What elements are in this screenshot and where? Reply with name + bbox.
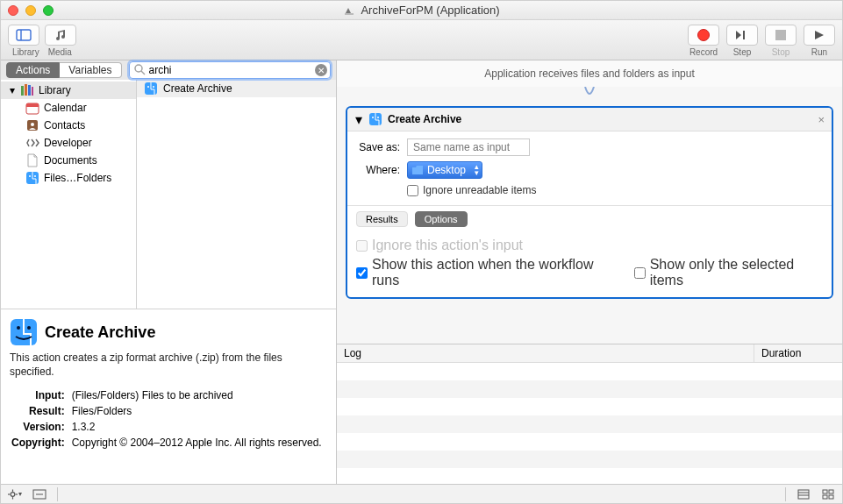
- action-results: Create Archive: [137, 80, 336, 309]
- calendar-icon: [25, 101, 39, 115]
- where-label: Where:: [356, 164, 400, 176]
- workflow-canvas[interactable]: ▾ Create Archive × Save as: Where:: [337, 87, 842, 344]
- record-button[interactable]: [688, 25, 719, 46]
- details-version-value: 1.3.2: [72, 421, 322, 435]
- media-label: Media: [48, 47, 72, 57]
- svg-point-21: [17, 326, 20, 330]
- result-create-archive[interactable]: Create Archive: [137, 80, 336, 97]
- close-window-button[interactable]: [8, 5, 18, 16]
- svg-point-13: [31, 123, 34, 126]
- result-label: Create Archive: [163, 82, 232, 95]
- library-item-calendar[interactable]: Calendar: [1, 99, 136, 117]
- media-button[interactable]: [45, 25, 76, 46]
- show-when-runs-checkbox[interactable]: Show this action when the workflow runs: [356, 257, 613, 288]
- svg-rect-1: [17, 30, 31, 40]
- action-card-create-archive: ▾ Create Archive × Save as: Where:: [346, 106, 833, 299]
- where-select[interactable]: Desktop ▴▾: [407, 161, 482, 179]
- svg-point-15: [29, 175, 31, 177]
- step-label: Step: [733, 47, 752, 57]
- svg-rect-9: [32, 87, 33, 96]
- library-item-developer[interactable]: Developer: [1, 134, 136, 152]
- svg-point-24: [372, 117, 374, 118]
- library-tabs: Actions Variables: [6, 62, 122, 78]
- svg-rect-7: [25, 84, 27, 96]
- action-details: Create Archive This action creates a zip…: [1, 309, 336, 484]
- ignore-unreadable-label: Ignore unreadable items: [423, 184, 536, 196]
- details-description: This action creates a zip format archive…: [10, 351, 327, 379]
- toolbar: Library Media Record Step Stop: [1, 20, 842, 60]
- zoom-window-button[interactable]: [43, 5, 54, 16]
- library-root[interactable]: ▾ Library: [1, 82, 136, 99]
- svg-point-22: [27, 326, 31, 330]
- options-tab[interactable]: Options: [415, 211, 468, 227]
- left-panel: Actions Variables ✕ ▾ Library: [1, 60, 337, 484]
- svg-rect-6: [21, 86, 24, 96]
- saveas-label: Save as:: [356, 141, 400, 153]
- connector-icon: [532, 87, 647, 103]
- svg-rect-39: [829, 495, 833, 499]
- library-button[interactable]: [8, 25, 39, 46]
- ignore-unreadable-checkbox[interactable]: Ignore unreadable items: [407, 184, 536, 196]
- svg-rect-11: [26, 103, 39, 107]
- svg-point-18: [147, 86, 149, 88]
- select-arrows-icon: ▴▾: [475, 164, 479, 176]
- where-value: Desktop: [427, 164, 466, 176]
- log-header-log[interactable]: Log: [337, 344, 754, 362]
- action-card-title: Create Archive: [388, 113, 461, 125]
- results-tab[interactable]: Results: [356, 211, 408, 227]
- details-input-value: (Files/Folders) Files to be archived: [72, 389, 322, 403]
- finder-icon: [25, 171, 39, 185]
- stop-icon: [775, 30, 786, 40]
- ignore-input-label: Ignore this action's input: [372, 238, 523, 253]
- tab-actions[interactable]: Actions: [6, 62, 60, 78]
- library-item-documents[interactable]: Documents: [1, 152, 136, 169]
- action-card-close-button[interactable]: ×: [818, 113, 825, 126]
- search-input[interactable]: [129, 61, 332, 79]
- stop-label: Stop: [772, 47, 790, 57]
- developer-icon: [25, 136, 39, 150]
- log-header-duration[interactable]: Duration: [754, 344, 842, 362]
- flow-view-button[interactable]: [821, 487, 835, 501]
- details-copyright-value: Copyright © 2004–2012 Apple Inc. All rig…: [72, 437, 322, 451]
- library-root-label: Library: [39, 84, 71, 96]
- library-item-files-folders[interactable]: Files…Folders: [1, 169, 136, 187]
- ignore-input-checkbox: Ignore this action's input: [356, 238, 823, 253]
- show-selected-label: Show only the selected items: [650, 257, 823, 288]
- clear-search-button[interactable]: ✕: [315, 64, 327, 76]
- library-icon: [20, 83, 34, 97]
- details-copyright-key: Copyright:: [11, 437, 70, 451]
- stop-button[interactable]: [765, 25, 797, 46]
- variable-picker-button[interactable]: [32, 487, 46, 501]
- saveas-input[interactable]: [407, 138, 530, 156]
- svg-point-4: [135, 65, 142, 72]
- contacts-icon: [25, 118, 39, 132]
- svg-point-16: [34, 175, 36, 177]
- svg-line-5: [141, 71, 145, 75]
- svg-rect-8: [28, 85, 31, 96]
- log-view-button[interactable]: [797, 487, 811, 501]
- library-item-contacts[interactable]: Contacts: [1, 117, 136, 134]
- disclosure-icon[interactable]: ▾: [354, 115, 363, 124]
- log-body: [337, 363, 842, 484]
- show-selected-checkbox[interactable]: Show only the selected items: [634, 257, 823, 288]
- library-tree: ▾ Library Calendar Contacts: [1, 80, 137, 309]
- chevron-down-icon: ▾: [8, 87, 16, 95]
- tab-variables[interactable]: Variables: [60, 62, 121, 78]
- run-label: Run: [811, 47, 827, 57]
- gear-menu-button[interactable]: ▾: [8, 487, 22, 501]
- record-label: Record: [689, 47, 718, 57]
- svg-rect-33: [798, 490, 809, 499]
- svg-rect-38: [823, 495, 827, 499]
- step-button[interactable]: [726, 25, 758, 46]
- run-button[interactable]: [804, 25, 835, 46]
- minimize-window-button[interactable]: [25, 5, 36, 16]
- svg-point-19: [153, 86, 154, 88]
- library-item-label: Calendar: [44, 102, 87, 114]
- details-result-value: Files/Folders: [72, 405, 322, 419]
- library-item-label: Contacts: [44, 119, 85, 131]
- details-title: Create Archive: [45, 323, 155, 342]
- finder-icon: [10, 318, 38, 346]
- finder-icon: [144, 82, 158, 96]
- document-icon: [25, 153, 39, 167]
- library-item-label: Documents: [44, 154, 97, 167]
